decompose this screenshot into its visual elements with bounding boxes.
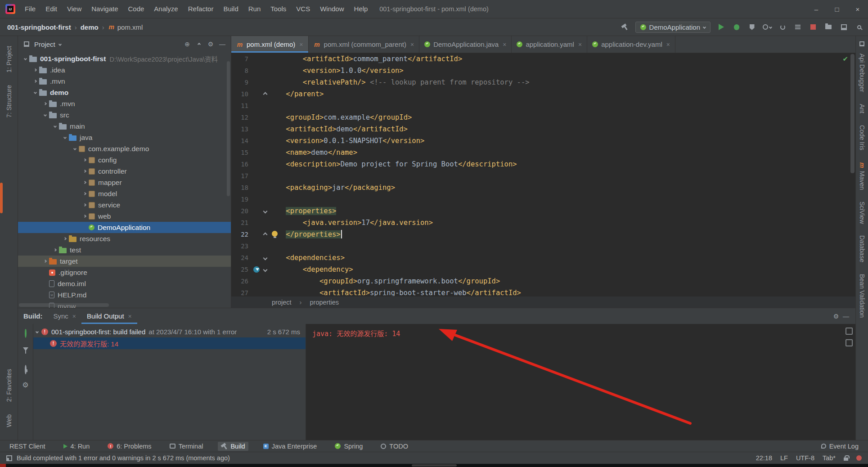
- stop-button[interactable]: [809, 22, 818, 31]
- code-line[interactable]: 7 <artifactId>commom_parent</artifactId>: [231, 53, 855, 65]
- project-panel-title[interactable]: Project: [34, 40, 55, 48]
- stripe-button-7-structure[interactable]: 7: Structure: [5, 85, 13, 117]
- tree-item-001-springboot-first[interactable]: 001-springboot-firstD:\WorkSpace2023\pro…: [18, 53, 231, 64]
- code-line[interactable]: 17: [231, 170, 855, 182]
- editor[interactable]: 7 <artifactId>commom_parent</artifactId>…: [231, 53, 855, 296]
- toolbar-button-todo[interactable]: TODO: [378, 442, 411, 451]
- stripe-button-web[interactable]: Web: [5, 414, 13, 427]
- line-number[interactable]: 9: [231, 79, 252, 86]
- vcs-update-button[interactable]: [824, 22, 833, 31]
- debug-button[interactable]: [732, 22, 741, 31]
- soft-wrap-icon[interactable]: [846, 328, 853, 335]
- intellij-logo-icon[interactable]: IJ: [5, 4, 15, 14]
- tree-item--idea[interactable]: .idea: [18, 64, 231, 76]
- breadcrumb-item[interactable]: 001-springboot-first: [7, 23, 71, 31]
- editor-scrollbar[interactable]: [850, 54, 855, 173]
- project-horizontal-scrollbar[interactable]: [19, 303, 109, 307]
- filter-icon[interactable]: [23, 351, 28, 359]
- stripe-button-maven[interactable]: mMaven: [859, 162, 866, 190]
- stripe-button-ant[interactable]: Ant: [859, 104, 866, 113]
- toolbar-button-rest-client[interactable]: REST Client: [6, 442, 49, 451]
- line-number[interactable]: 19: [231, 196, 252, 203]
- settings-gear-icon[interactable]: ⚙: [207, 40, 215, 48]
- fold-down-icon[interactable]: [263, 256, 267, 260]
- gutter-dependency-icon[interactable]: [253, 266, 260, 273]
- code-line[interactable]: 12 <groupId>com.example</groupId>: [231, 112, 855, 123]
- line-number[interactable]: 27: [231, 289, 252, 296]
- tree-item-resources[interactable]: resources: [18, 233, 231, 244]
- tree-item-target[interactable]: target: [18, 256, 231, 267]
- search-everywhere-icon[interactable]: [855, 22, 864, 31]
- toolbar-button-spring[interactable]: Spring: [332, 442, 366, 451]
- rerun-build-icon[interactable]: [25, 329, 27, 337]
- line-number[interactable]: 12: [231, 114, 252, 121]
- fold-down-icon[interactable]: [263, 209, 267, 213]
- toolbar-button-event-log[interactable]: Event Log: [818, 442, 862, 451]
- tree-item-mapper[interactable]: mapper: [18, 177, 231, 188]
- clock-widget[interactable]: 22:18: [756, 454, 772, 462]
- stripe-button-1-project[interactable]: 1: Project: [5, 46, 13, 72]
- stripe-tool-icon[interactable]: [858, 40, 866, 48]
- intention-bulb-icon[interactable]: [272, 231, 278, 237]
- minimize-button[interactable]: –: [806, 0, 827, 18]
- tree-item-web[interactable]: web: [18, 211, 231, 222]
- line-number[interactable]: 21: [231, 219, 252, 226]
- editor-tab-demoapplication-java[interactable]: DemoApplication.java×: [419, 36, 512, 53]
- pin-icon[interactable]: [25, 366, 27, 374]
- coverage-button[interactable]: [747, 22, 756, 31]
- run-config-selector[interactable]: DemoApplication: [635, 22, 711, 33]
- line-number[interactable]: 18: [231, 184, 252, 191]
- editor-breadcrumb-item[interactable]: project: [272, 299, 292, 306]
- line-number[interactable]: 11: [231, 102, 252, 109]
- code-line[interactable]: 13 <artifactId>demo</artifactId>: [231, 123, 855, 135]
- inspection-ok-icon[interactable]: ✔: [842, 55, 848, 63]
- close-tab-icon[interactable]: ×: [503, 41, 506, 48]
- code-line[interactable]: 11: [231, 100, 855, 112]
- tree-item--gitignore[interactable]: .gitignore: [18, 267, 231, 278]
- tree-item-com-example-demo[interactable]: com.example.demo: [18, 143, 231, 154]
- chevron-down-icon[interactable]: [58, 42, 62, 45]
- stripe-button-sciview[interactable]: SciView: [859, 202, 866, 224]
- code-line[interactable]: 23: [231, 240, 855, 252]
- layout-button[interactable]: [839, 22, 848, 31]
- code-line[interactable]: 9 <relativePath/> <!-- lookup parent fro…: [231, 76, 855, 88]
- lock-icon[interactable]: [844, 458, 848, 461]
- stripe-button-database[interactable]: Database: [859, 235, 866, 262]
- line-number[interactable]: 26: [231, 278, 252, 285]
- line-number[interactable]: 22: [231, 231, 252, 238]
- stripe-button-2-favorites[interactable]: 2: Favorites: [5, 369, 13, 402]
- menu-vcs[interactable]: VCS: [291, 3, 315, 15]
- fold-down-icon[interactable]: [263, 267, 267, 272]
- tree-item-help-md[interactable]: MHELP.md: [18, 289, 231, 301]
- profiler-button[interactable]: [763, 22, 772, 31]
- fold-up-icon[interactable]: [263, 232, 267, 237]
- menu-edit[interactable]: Edit: [40, 3, 62, 15]
- maximize-button[interactable]: □: [827, 0, 847, 18]
- close-tab-icon[interactable]: ×: [578, 41, 582, 48]
- toolbar-button-4-run[interactable]: 4: Run: [60, 442, 93, 451]
- code-line[interactable]: 24 <dependencies>: [231, 252, 855, 264]
- build-result-row[interactable]: !001-springboot-first: build failedat 20…: [33, 326, 306, 337]
- code-line[interactable]: 25 <dependency>: [231, 264, 855, 275]
- code-line[interactable]: 22 </properties>: [231, 229, 855, 240]
- build-error-row[interactable]: !无效的源发行版: 14: [33, 337, 306, 349]
- line-number[interactable]: 10: [231, 90, 252, 98]
- stripe-button-code-iris[interactable]: Code Iris: [859, 125, 866, 150]
- menu-analyze[interactable]: Analyze: [149, 3, 183, 15]
- tree-chevron-icon[interactable]: [36, 330, 39, 333]
- fold-up-icon[interactable]: [263, 92, 267, 96]
- editor-breadcrumb-item[interactable]: properties: [310, 299, 339, 306]
- tree-item-demo[interactable]: demo: [18, 87, 231, 98]
- code-line[interactable]: 14 <version>0.0.1-SNAPSHOT</version>: [231, 135, 855, 147]
- code-line[interactable]: 20 <properties>: [231, 205, 855, 217]
- tree-item-test[interactable]: test: [18, 244, 231, 256]
- breadcrumb-item[interactable]: demo: [81, 23, 99, 31]
- menu-refactor[interactable]: Refactor: [183, 3, 219, 15]
- hide-panel-icon[interactable]: —: [842, 312, 850, 320]
- menu-window[interactable]: Window: [315, 3, 349, 15]
- close-tab-icon[interactable]: ×: [299, 41, 303, 48]
- encoding-widget[interactable]: UTF-8: [796, 454, 814, 462]
- code-line[interactable]: 15 <name>demo</name>: [231, 147, 855, 158]
- hide-panel-icon[interactable]: —: [218, 40, 226, 48]
- tree-item-src[interactable]: src: [18, 109, 231, 121]
